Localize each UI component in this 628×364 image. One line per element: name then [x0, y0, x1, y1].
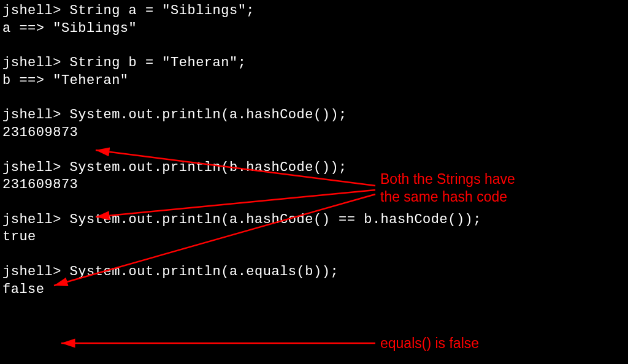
- blank-line: [2, 142, 628, 159]
- jshell-output: false: [2, 281, 628, 299]
- terminal-output: jshell> String a = "Siblings"; a ==> "Si…: [0, 0, 628, 298]
- jshell-line: jshell> System.out.println(a.equals(b));: [2, 264, 628, 281]
- jshell-output: 231609873: [2, 176, 628, 194]
- jshell-line: jshell> System.out.println(b.hashCode())…: [2, 159, 628, 177]
- annotation-equals-note: equals() is false: [380, 335, 479, 352]
- jshell-output: a ==> "Siblings": [2, 20, 628, 38]
- blank-line: [2, 246, 628, 264]
- jshell-output: true: [2, 229, 628, 246]
- annotation-text: equals() is false: [380, 335, 479, 351]
- annotation-hashcode-note: Both the Strings have the same hash code: [380, 170, 515, 206]
- jshell-output: 231609873: [2, 124, 628, 142]
- jshell-line: jshell> System.out.println(a.hashCode())…: [2, 107, 628, 124]
- annotation-text-line2: the same hash code: [380, 188, 515, 206]
- blank-line: [2, 37, 628, 55]
- jshell-line: jshell> String b = "Teheran";: [2, 55, 628, 72]
- jshell-line: jshell> System.out.println(a.hashCode() …: [2, 211, 628, 229]
- jshell-line: jshell> String a = "Siblings";: [2, 2, 628, 20]
- blank-line: [2, 194, 628, 211]
- jshell-output: b ==> "Teheran": [2, 72, 628, 90]
- annotation-text-line1: Both the Strings have: [380, 170, 515, 188]
- blank-line: [2, 89, 628, 107]
